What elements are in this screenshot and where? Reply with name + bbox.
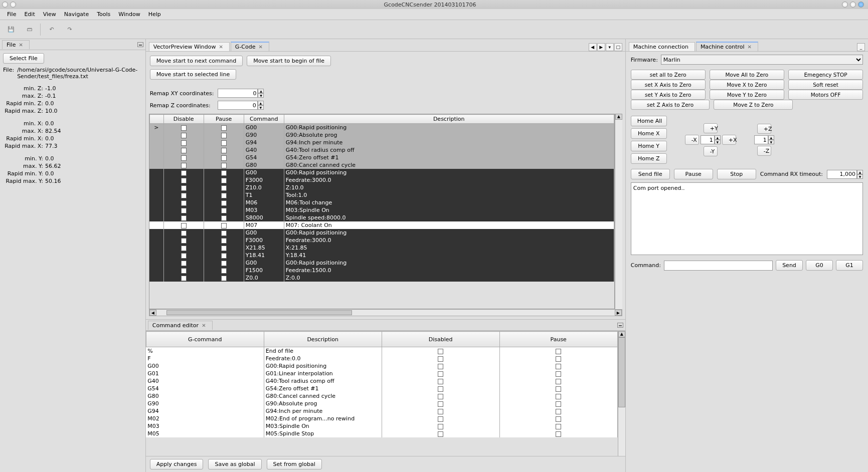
checkbox[interactable]	[221, 163, 227, 168]
checkbox[interactable]	[181, 253, 187, 259]
column-header[interactable]: Pause	[204, 115, 244, 124]
checkbox[interactable]	[221, 170, 227, 176]
nav-next-icon[interactable]: ▶	[597, 43, 605, 51]
checkbox[interactable]	[221, 193, 227, 198]
move-start-next-button[interactable]: Move start to next command	[150, 56, 243, 66]
table-row[interactable]: F1500Feedrate:1500.0	[149, 267, 614, 274]
move-all-to-zero-button[interactable]: Move All to Zero	[710, 70, 784, 80]
checkbox[interactable]	[221, 276, 227, 281]
table-row[interactable]: G00G00:Rapid positioning	[149, 259, 614, 267]
table-row[interactable]: G80G80:Cancel canned cycle	[146, 392, 617, 400]
checkbox[interactable]	[181, 193, 187, 198]
checkbox[interactable]	[438, 409, 443, 414]
checkbox[interactable]	[221, 125, 227, 131]
checkbox[interactable]	[221, 200, 227, 206]
table-row[interactable]: M03M03:Spindle On	[149, 206, 614, 214]
menu-file[interactable]: File	[3, 10, 20, 19]
column-header[interactable]: Disable	[163, 115, 204, 124]
table-row[interactable]: G80G80:Cancel canned cycle	[149, 161, 614, 169]
checkbox[interactable]	[438, 386, 443, 392]
vertical-scrollbar[interactable]: ▲	[615, 114, 622, 309]
checkbox[interactable]	[181, 268, 187, 274]
checkbox[interactable]	[221, 246, 227, 251]
vertical-scrollbar[interactable]: ▲	[618, 331, 625, 456]
spin-up-icon[interactable]: ▲	[258, 89, 264, 93]
table-row[interactable]: G40G40:Tool radius comp off	[146, 377, 617, 385]
checkbox[interactable]	[556, 364, 561, 369]
checkbox[interactable]	[181, 215, 187, 221]
checkbox[interactable]	[181, 178, 187, 183]
jog-z-spinner[interactable]: ▲▼	[754, 135, 774, 144]
checkbox[interactable]	[556, 431, 561, 437]
checkbox[interactable]	[438, 379, 443, 384]
remap-z-input[interactable]	[218, 101, 258, 110]
checkbox[interactable]	[221, 185, 227, 191]
jog-minus-y-button[interactable]: -Y	[704, 146, 718, 156]
select-file-button[interactable]: Select File	[3, 53, 44, 64]
horizontal-scrollbar[interactable]: ◀ ▶	[149, 309, 622, 316]
checkbox[interactable]	[438, 356, 443, 362]
redo-icon[interactable]: ↷	[63, 23, 77, 37]
minimize-panel-icon[interactable]: _	[857, 43, 865, 51]
checkbox[interactable]	[556, 371, 561, 377]
nav-prev-icon[interactable]: ◀	[589, 43, 597, 51]
save-all-icon[interactable]: 🗃	[22, 23, 36, 37]
checkbox[interactable]	[221, 215, 227, 221]
checkbox[interactable]	[181, 200, 187, 206]
menu-view[interactable]: View	[39, 10, 60, 19]
column-header[interactable]: Disabled	[382, 332, 499, 347]
set-all-to-zero-button[interactable]: set all to Zero	[631, 70, 706, 80]
console-output[interactable]: Com port opened..	[631, 182, 863, 255]
spin-up-icon[interactable]: ▲	[258, 101, 264, 105]
tab-machine-connection[interactable]: Machine connection	[629, 42, 695, 51]
menu-navigate[interactable]: Navigate	[60, 10, 93, 19]
spin-down-icon[interactable]: ▼	[258, 93, 264, 98]
remap-z-spinner[interactable]: ▲▼	[218, 101, 264, 110]
column-header[interactable]: Description	[284, 115, 614, 124]
table-row[interactable]: %End of file	[146, 347, 617, 355]
checkbox[interactable]	[556, 386, 561, 392]
table-row[interactable]: F3000Feedrate:3000.0	[149, 176, 614, 184]
spin-down-icon[interactable]: ▼	[258, 105, 264, 110]
checkbox[interactable]	[221, 140, 227, 146]
restore-window-icon[interactable]	[850, 2, 856, 8]
set-from-global-button[interactable]: Set from global	[267, 459, 322, 469]
checkbox[interactable]	[221, 148, 227, 153]
table-row[interactable]: G00G00:Rapid positioning	[149, 229, 614, 237]
table-row[interactable]: M06M06:Tool change	[149, 199, 614, 206]
column-header[interactable]: Command	[244, 115, 284, 124]
checkbox[interactable]	[221, 208, 227, 213]
menu-tools[interactable]: Tools	[93, 10, 114, 19]
motors-off-button[interactable]: Motors OFF	[788, 90, 863, 100]
table-row[interactable]: Z0.0Z:0.0	[149, 274, 614, 282]
table-row[interactable]: G54G54:Zero offset #1	[149, 154, 614, 161]
checkbox[interactable]	[556, 394, 561, 399]
table-row[interactable]: G94G94:Inch per minute	[149, 139, 614, 146]
table-row[interactable]: FFeedrate:0.0	[146, 355, 617, 362]
pause-button[interactable]: Pause	[674, 169, 713, 179]
close-icon[interactable]: ✕	[219, 44, 223, 50]
checkbox[interactable]	[438, 364, 443, 369]
table-row[interactable]: G54G54:Zero offset #1	[146, 385, 617, 392]
maximize-icon[interactable]: □	[614, 43, 622, 51]
close-icon[interactable]: ✕	[19, 42, 23, 48]
close-icon[interactable]: ✕	[202, 323, 206, 328]
checkbox[interactable]	[181, 140, 187, 146]
emegency-stop-button[interactable]: Emegency STOP	[788, 70, 863, 80]
command-input[interactable]	[664, 261, 773, 271]
checkbox[interactable]	[221, 178, 227, 183]
column-header[interactable]	[149, 115, 163, 124]
table-row[interactable]: >G00G00:Rapid positioning	[149, 124, 614, 132]
table-row[interactable]: M07M07: Coolant On	[149, 221, 614, 229]
apply-changes-button[interactable]: Apply changes	[150, 459, 204, 469]
close-window-icon[interactable]	[2, 2, 8, 8]
checkbox[interactable]	[181, 170, 187, 176]
checkbox[interactable]	[181, 276, 187, 281]
tab-gcode[interactable]: G-Code ✕	[231, 42, 269, 51]
remap-xy-input[interactable]	[218, 89, 258, 98]
maximize-window-icon[interactable]	[858, 2, 864, 8]
move-start-begin-button[interactable]: Move start to begin of file	[247, 56, 331, 66]
set-x-axis-to-zero-button[interactable]: set X Axis to Zero	[631, 80, 706, 90]
checkbox[interactable]	[181, 246, 187, 251]
checkbox[interactable]	[181, 223, 187, 228]
